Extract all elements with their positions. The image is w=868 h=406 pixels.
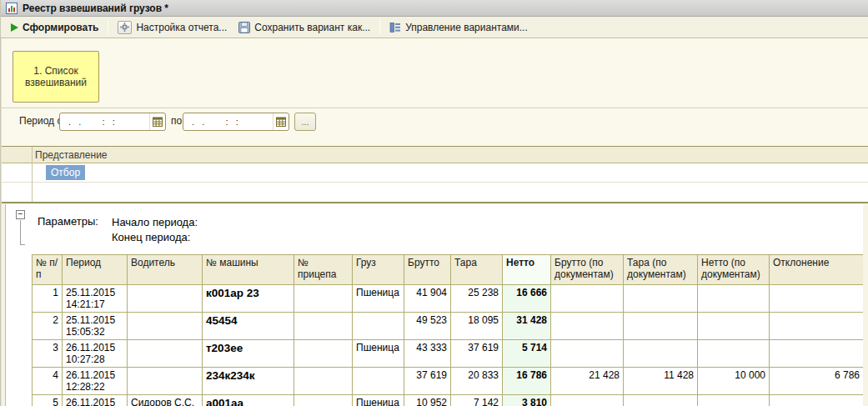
cell-net[interactable]: 3 810 (503, 395, 551, 406)
cell-truck[interactable]: а001аа (203, 395, 294, 406)
column-header-gross: Брутто (404, 255, 451, 285)
column-header-driver: Водитель (128, 255, 203, 285)
view-header-label: Представление (2, 149, 108, 161)
cell-gross[interactable]: 10 952 (404, 395, 451, 406)
cell-truck[interactable]: т203ее (203, 340, 294, 368)
window-title: Реестр взвешиваний грузов * (23, 3, 168, 14)
view-row-filter[interactable]: Отбор (2, 163, 868, 183)
cell-gross_doc[interactable] (551, 313, 624, 340)
gear-icon (118, 21, 132, 34)
calendar-icon[interactable] (149, 113, 165, 130)
cell-tare[interactable]: 18 095 (451, 313, 503, 340)
report-window: Реестр взвешиваний грузов * Сформировать… (0, 0, 868, 406)
manage-variants-button[interactable]: Управление вариантами... (384, 18, 534, 37)
cell-net_doc[interactable]: 10 000 (698, 368, 770, 395)
cell-net_doc[interactable] (698, 285, 770, 313)
cell-driver[interactable] (128, 285, 203, 313)
cell-tare[interactable]: 20 833 (451, 368, 503, 395)
separator-line (2, 108, 868, 109)
cell-gross[interactable]: 43 333 (404, 340, 451, 368)
cell-tare_doc[interactable] (624, 313, 698, 340)
generate-button[interactable]: Сформировать (5, 18, 104, 37)
save-icon (238, 22, 250, 33)
cell-gross_doc[interactable]: 21 428 (551, 368, 624, 395)
cell-period[interactable]: 25.11.201515:05:32 (63, 313, 128, 340)
param-period-start-label: Начало периода: (112, 215, 198, 230)
cell-gross[interactable]: 41 904 (404, 285, 451, 313)
cell-dev[interactable] (770, 395, 864, 406)
cell-gross[interactable]: 49 523 (404, 313, 451, 340)
cell-trailer[interactable] (294, 313, 353, 340)
cell-num[interactable]: 4 (33, 368, 63, 395)
cell-truck[interactable]: к001ар 23 (203, 285, 294, 313)
cell-num[interactable]: 5 (33, 395, 63, 406)
cell-cargo[interactable] (353, 368, 404, 395)
cell-tare_doc[interactable] (624, 285, 698, 313)
cell-gross_doc[interactable] (551, 395, 624, 406)
cell-cargo[interactable]: Пшеница (353, 395, 404, 406)
cell-period[interactable]: 26.11.201512:28:22 (63, 368, 128, 395)
period-to-input[interactable]: . . : : (183, 113, 289, 131)
cell-driver[interactable] (128, 368, 203, 395)
report-settings-button[interactable]: Настройка отчета... (112, 18, 233, 37)
period-to-value: . . : : (183, 117, 273, 127)
cell-net_doc[interactable] (698, 313, 770, 340)
cell-tare_doc[interactable] (624, 395, 698, 406)
column-header-truck: № машины (203, 255, 294, 285)
cell-cargo[interactable] (353, 313, 404, 340)
cell-num[interactable]: 2 (33, 313, 63, 340)
cell-period[interactable]: 25.11.201514:21:17 (63, 285, 128, 313)
table-row: 125.11.201514:21:17к001ар 23Пшеница41 90… (33, 285, 864, 313)
cell-tare_doc[interactable]: 11 428 (624, 368, 698, 395)
column-header-dev: Отклонение (770, 255, 864, 285)
tab-weighing-list[interactable]: 1. Список взвешиваний (13, 51, 99, 103)
cell-dev[interactable] (770, 340, 864, 368)
params-label: Параметры: (38, 215, 98, 228)
cell-gross_doc[interactable] (551, 285, 624, 313)
cell-truck[interactable]: 234к234к (203, 368, 294, 395)
cell-period[interactable]: 26.11.201510:27:28 (63, 340, 128, 368)
cell-net_doc[interactable] (698, 340, 770, 368)
cell-cargo[interactable]: Пшеница (353, 340, 404, 368)
cell-tare[interactable]: 7 142 (451, 395, 503, 406)
report-table: № п/пПериодВодитель№ машины№ прицепаГруз… (32, 254, 863, 406)
column-header-cargo: Груз (353, 255, 404, 285)
cell-driver[interactable] (128, 313, 203, 340)
cell-net[interactable]: 16 786 (503, 368, 551, 395)
cell-net[interactable]: 16 666 (503, 285, 551, 313)
cell-num[interactable]: 1 (33, 285, 63, 313)
cell-net_doc[interactable] (698, 395, 770, 406)
cell-gross[interactable]: 37 619 (404, 368, 451, 395)
cell-gross_doc[interactable] (551, 340, 624, 368)
cell-driver[interactable]: Сидоров С.С. (128, 395, 203, 406)
cell-trailer[interactable] (294, 340, 353, 368)
cell-trailer[interactable] (294, 368, 353, 395)
column-header-tare: Тара (451, 255, 503, 285)
cell-tare[interactable]: 37 619 (451, 340, 503, 368)
param-period-end-label: Конец периода: (112, 230, 198, 245)
table-row: 225.11.201515:05:324545449 52318 09531 4… (33, 313, 864, 340)
cell-net[interactable]: 5 714 (503, 340, 551, 368)
cell-dev[interactable] (770, 285, 864, 313)
save-variant-button[interactable]: Сохранить вариант как... (233, 18, 376, 37)
period-from-value: . . : : (60, 117, 149, 127)
cell-net[interactable]: 31 428 (503, 313, 551, 340)
cell-trailer[interactable] (294, 285, 353, 313)
filter-selected-item[interactable]: Отбор (46, 165, 85, 180)
cell-trailer[interactable] (294, 395, 353, 406)
cell-num[interactable]: 3 (33, 340, 63, 368)
cell-tare_doc[interactable] (624, 340, 698, 368)
view-row-empty (2, 183, 868, 202)
period-more-button[interactable]: ... (294, 113, 316, 131)
cell-driver[interactable] (128, 340, 203, 368)
cell-dev[interactable]: 6 786 (770, 368, 864, 395)
cell-cargo[interactable]: Пшеница (353, 285, 404, 313)
cell-dev[interactable] (770, 313, 864, 340)
cell-truck[interactable]: 45454 (203, 313, 294, 340)
collapse-params-button[interactable]: − (16, 210, 25, 219)
cell-period[interactable]: 26.11.201512:48:55 (63, 395, 128, 406)
calendar-icon[interactable] (273, 113, 288, 130)
cell-tare[interactable]: 25 238 (451, 285, 503, 313)
period-from-input[interactable]: . . : : (59, 113, 166, 131)
toolbar: Сформировать Настройка отчета... (1, 17, 868, 38)
